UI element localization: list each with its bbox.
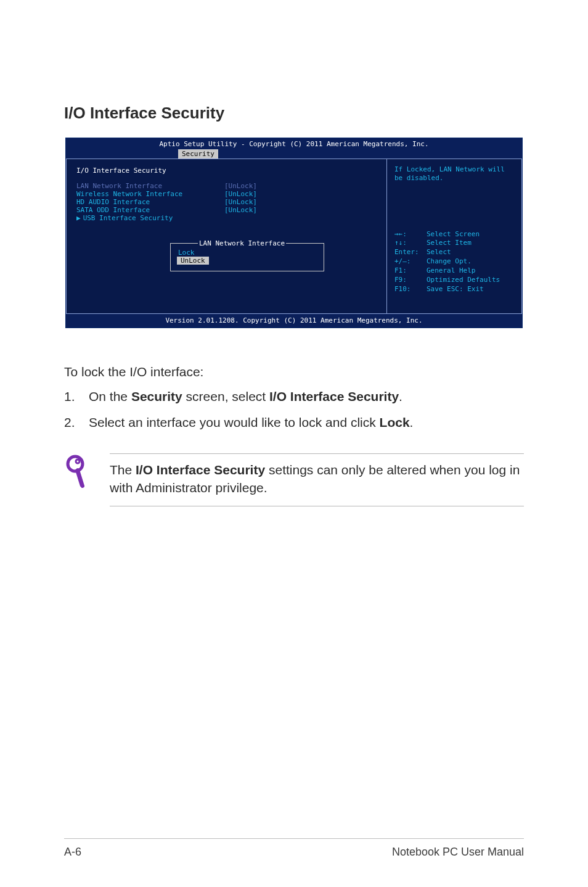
step-text: Select an interface you would like to lo… — [89, 413, 413, 432]
t: Lock — [380, 415, 410, 429]
key-key: F10: — [394, 285, 420, 294]
tab-security[interactable]: Security — [178, 149, 218, 159]
bios-footer-line: Version 2.01.1208. Copyright (C) 2011 Am… — [66, 314, 522, 328]
t: . — [399, 389, 402, 403]
popup-lan-interface: LAN Network Interface Lock UnLock — [170, 243, 324, 271]
key-key: F9: — [394, 276, 420, 285]
key-line: Enter:Select — [394, 248, 515, 257]
row-hdaudio[interactable]: HD AUDIO Interface [UnLock] — [76, 198, 378, 206]
key-key: ↑↓: — [394, 239, 420, 248]
key-key: →←: — [394, 230, 420, 239]
bios-right-pane: If Locked, LAN Network will be disabled.… — [386, 159, 522, 314]
footer-page-number: A-6 — [64, 846, 81, 859]
popup-option-lock[interactable]: Lock — [177, 249, 317, 257]
key-desc: General Help — [427, 266, 475, 276]
help-description: If Locked, LAN Network will be disabled. — [394, 165, 515, 183]
row-label: LAN Network Interface — [76, 182, 224, 190]
key-desc: Optimized Defaults — [427, 276, 500, 285]
t: Security — [131, 389, 182, 403]
t: screen, select — [182, 389, 269, 403]
triangle-icon: ▶ — [76, 214, 81, 222]
key-help: →←:Select Screen ↑↓:Select Item Enter:Se… — [394, 230, 515, 294]
submenu-usb-security[interactable]: ▶USB Interface Security — [76, 214, 378, 222]
step-number: 2. — [64, 413, 89, 432]
page-footer: A-6 Notebook PC User Manual — [64, 846, 524, 859]
key-key: F1: — [394, 266, 420, 276]
key-line: F1:General Help — [394, 266, 515, 276]
row-label: Wireless Network Interface — [76, 190, 224, 198]
key-desc: Select Item — [427, 239, 472, 248]
page-title: I/O Interface Security — [64, 104, 524, 123]
row-sataodd[interactable]: SATA ODD Interface [UnLock] — [76, 206, 378, 214]
key-line: F9:Optimized Defaults — [394, 276, 515, 285]
bios-panel: Aptio Setup Utility - Copyright (C) 2011… — [65, 138, 523, 328]
step-1: 1. On the Security screen, select I/O In… — [64, 387, 524, 406]
row-label: HD AUDIO Interface — [76, 198, 224, 206]
key-desc: Select Screen — [427, 230, 480, 239]
svg-point-0 — [68, 456, 83, 471]
t: Select an interface you would like to lo… — [89, 415, 380, 429]
tip-text: The I/O Interface Security settings can … — [110, 453, 524, 506]
bios-title-line: Aptio Setup Utility - Copyright (C) 2011… — [66, 140, 522, 148]
instructions-lead: To lock the I/O interface: — [64, 363, 524, 381]
step-text: On the Security screen, select I/O Inter… — [89, 387, 402, 406]
row-value: [UnLock] — [224, 206, 257, 214]
footer-doc-title: Notebook PC User Manual — [392, 846, 524, 859]
step-2: 2. Select an interface you would like to… — [64, 413, 524, 432]
tip-panel: The I/O Interface Security settings can … — [64, 453, 524, 506]
popup-option-unlock[interactable]: UnLock — [177, 257, 209, 265]
row-wireless[interactable]: Wireless Network Interface [UnLock] — [76, 190, 378, 198]
key-desc: Save ESC: Exit — [427, 285, 484, 294]
bios-left-pane: I/O Interface Security LAN Network Inter… — [66, 159, 386, 314]
svg-point-1 — [76, 460, 80, 463]
section-title: I/O Interface Security — [76, 167, 378, 175]
t: The — [110, 463, 136, 477]
t: I/O Interface Security — [269, 389, 399, 403]
key-key: Enter: — [394, 248, 420, 257]
t: . — [410, 415, 414, 429]
magnifier-icon — [64, 453, 92, 496]
key-line: →←:Select Screen — [394, 230, 515, 239]
key-line: F10:Save ESC: Exit — [394, 285, 515, 294]
t: I/O Interface Security — [136, 463, 265, 477]
row-value: [UnLock] — [224, 190, 257, 198]
footer-rule — [64, 838, 524, 839]
popup-title: LAN Network Interface — [198, 239, 286, 247]
step-number: 1. — [64, 387, 89, 406]
submenu-label: USB Interface Security — [83, 214, 173, 222]
key-line: +/—:Change Opt. — [394, 257, 515, 266]
row-label: SATA ODD Interface — [76, 206, 224, 214]
row-lan[interactable]: LAN Network Interface [UnLock] — [76, 182, 378, 190]
row-value: [UnLock] — [224, 182, 257, 190]
key-desc: Change Opt. — [427, 257, 472, 266]
row-value: [UnLock] — [224, 198, 257, 206]
key-line: ↑↓:Select Item — [394, 239, 515, 248]
bios-header: Aptio Setup Utility - Copyright (C) 2011… — [66, 138, 522, 159]
key-desc: Select — [427, 248, 451, 257]
key-key: +/—: — [394, 257, 420, 266]
t: On the — [89, 389, 131, 403]
